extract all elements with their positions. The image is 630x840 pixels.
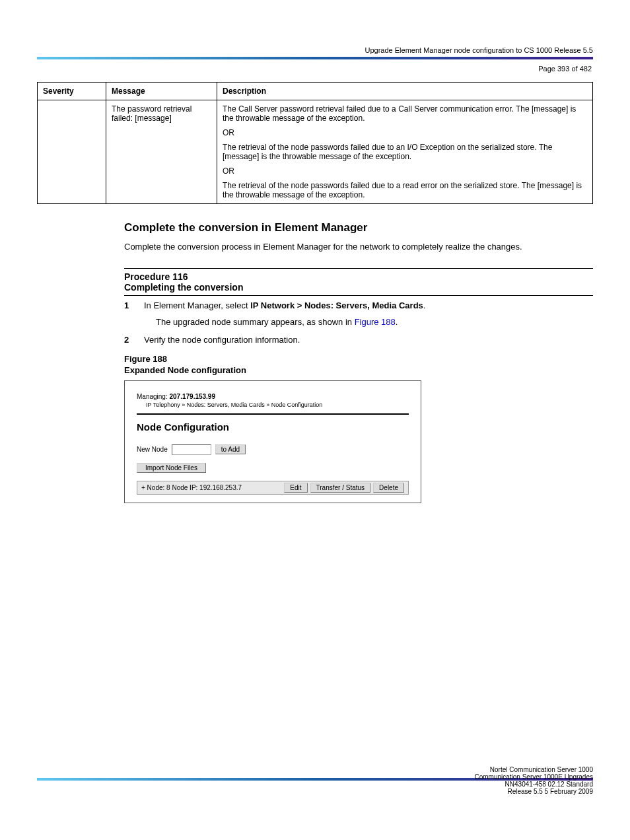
th-severity: Severity [38, 83, 106, 100]
th-message: Message [106, 83, 217, 100]
new-node-row: New Node to Add [137, 444, 409, 455]
screenshot-heading: Node Configuration [137, 421, 409, 433]
table-header-row: Severity Message Description [38, 83, 593, 100]
header-gradient-bar [37, 57, 593, 59]
procedure-steps: 1 In Element Manager, select IP Network … [124, 300, 593, 347]
step: 2 Verify the node configuration informat… [124, 334, 593, 347]
procedure-name: Completing the conversion [124, 282, 243, 293]
step-text: Verify the node configuration informatio… [144, 334, 300, 347]
desc-line: The retrieval of the node passwords fail… [223, 143, 587, 161]
step-text-segment: In Element Manager, select [144, 300, 250, 310]
figure-caption: Figure 188 Expanded Node configuration [124, 354, 593, 376]
step-number: 1 [124, 300, 135, 329]
desc-line: OR [223, 166, 587, 176]
new-node-label: New Node [137, 446, 168, 453]
section: Complete the conversion in Element Manag… [124, 221, 593, 503]
desc-line: The retrieval of the node passwords fail… [223, 181, 587, 199]
section-para: Complete the conversion process in Eleme… [124, 241, 593, 254]
import-row: Import Node Files [137, 463, 409, 473]
step-number: 2 [124, 334, 135, 347]
desc-line: The Call Server password retrieval faile… [223, 104, 587, 123]
cell-description: The Call Server password retrieval faile… [217, 100, 593, 204]
cell-severity [38, 100, 106, 204]
page-label-of: of 482 [569, 65, 592, 73]
transfer-status-button[interactable]: Transfer / Status [310, 483, 371, 493]
breadcrumb: IP Telephony » Nodes: Servers, Media Car… [146, 402, 409, 408]
edit-button[interactable]: Edit [284, 483, 307, 493]
section-heading: Complete the conversion in Element Manag… [124, 221, 593, 234]
divider [137, 413, 409, 415]
managing-line: Managing: 207.179.153.99 [137, 393, 409, 400]
footer-text: Nortel Communication Server 1000 Communi… [37, 766, 593, 795]
managing-label: Managing: [137, 393, 168, 400]
new-node-input[interactable] [172, 444, 211, 455]
desc-line: OR [223, 128, 587, 137]
step-text-segment: . [396, 317, 398, 327]
footer-line: Nortel Communication Server 1000 [37, 766, 593, 773]
to-add-button[interactable]: to Add [215, 444, 246, 454]
import-node-files-button[interactable]: Import Node Files [137, 463, 206, 473]
cell-message: The password retrieval failed: [message] [106, 100, 217, 204]
step: 1 In Element Manager, select IP Network … [124, 300, 593, 329]
node-row-buttons: Edit Transfer / Status Delete [284, 483, 404, 493]
delete-button[interactable]: Delete [373, 483, 404, 493]
step-bold: IP Network > Nodes: Servers, Media Cards [250, 300, 423, 310]
parameter-table: Severity Message Description The passwor… [37, 82, 593, 204]
page-container: Upgrade Element Manager node configurati… [0, 0, 630, 840]
step-text-segment: . [423, 300, 426, 310]
table-row: The password retrieval failed: [message]… [38, 100, 593, 204]
figure-title: Expanded Node configuration [124, 365, 246, 375]
footer-line: Release 5.5 5 February 2009 [37, 788, 593, 795]
procedure-number: Procedure 116 [124, 271, 188, 282]
page-label-prefix: Page [538, 65, 557, 73]
th-description: Description [217, 83, 593, 100]
step-text-segment: The upgraded node summary appears, as sh… [156, 317, 355, 327]
page-number: Page 393 of 482 [37, 65, 593, 73]
screenshot-node-config: Managing: 207.179.153.99 IP Telephony » … [124, 380, 421, 503]
footer-line: NN43041-458 02.12 Standard [37, 781, 593, 788]
header-title: Upgrade Element Manager node configurati… [37, 46, 593, 54]
footer-line: Communication Server 1000E Upgrades [37, 773, 593, 781]
figure-ref-link[interactable]: Figure 188 [355, 317, 396, 327]
procedure-title: Procedure 116 Completing the conversion [124, 268, 593, 296]
node-summary-row: + Node: 8 Node IP: 192.168.253.7 Edit Tr… [137, 481, 409, 495]
node-row-label[interactable]: + Node: 8 Node IP: 192.168.253.7 [141, 484, 242, 491]
managing-ip: 207.179.153.99 [169, 393, 215, 400]
step-text: In Element Manager, select IP Network > … [144, 300, 425, 329]
page-label-number: 393 [557, 65, 569, 73]
step-subtext: The upgraded node summary appears, as sh… [156, 316, 425, 329]
figure-number: Figure 188 [124, 354, 167, 364]
